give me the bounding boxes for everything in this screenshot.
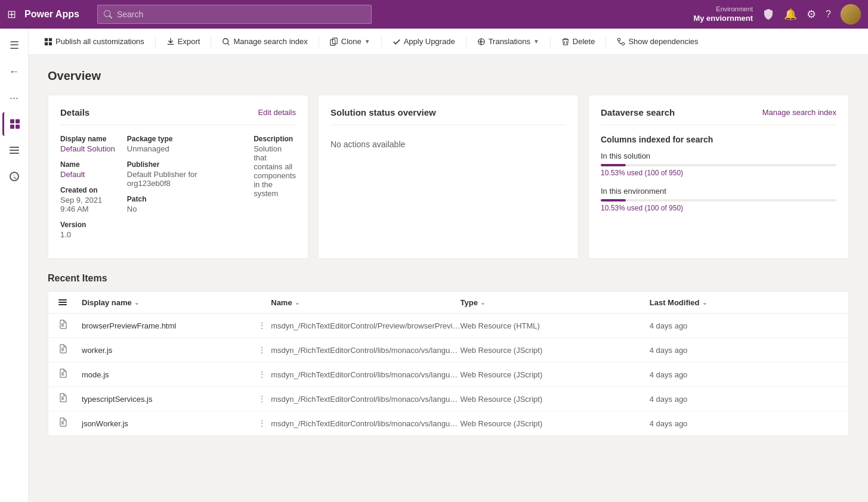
translations-button[interactable]: Translations ▼	[471, 33, 545, 49]
gear-icon[interactable]: ⚙	[807, 8, 816, 21]
search-input[interactable]	[117, 10, 365, 19]
sidebar-item-apps[interactable]	[2, 112, 26, 136]
version-label: Version	[60, 221, 115, 229]
separator	[319, 36, 319, 48]
row-modified: 4 days ago	[650, 346, 839, 355]
svg-rect-0	[10, 119, 14, 123]
row-type: Web Resource (JScript)	[461, 346, 650, 355]
svg-point-15	[618, 38, 620, 41]
col-icon-header	[58, 298, 82, 307]
dataverse-search-card: Dataverse search Manage search index Col…	[588, 95, 849, 259]
sidebar-item-history[interactable]	[2, 165, 26, 188]
help-icon[interactable]: ?	[826, 9, 831, 20]
top-navigation: ⊞ Power Apps Environment My enviornment …	[0, 0, 868, 29]
shield-icon	[762, 8, 774, 20]
table-row[interactable]: typescriptServices.js ⋮ msdyn_/RichTextE…	[48, 387, 848, 411]
page-title: Overview	[48, 69, 849, 83]
sidebar-item-menu[interactable]: ☰	[2, 33, 26, 57]
row-name: msdyn_/RichTextEditorControl/libs/monaco…	[271, 395, 460, 404]
svg-rect-3	[16, 125, 20, 129]
row-name: msdyn_/RichTextEditorControl/libs/monaco…	[271, 370, 460, 379]
in-solution-progress-text: 10.53% used (100 of 950)	[601, 169, 836, 177]
in-solution-label: In this solution	[601, 151, 836, 160]
show-dependencies-button[interactable]: Show dependencies	[611, 33, 704, 49]
row-more-icon[interactable]: ⋮	[253, 419, 271, 428]
apply-upgrade-button[interactable]: Apply Upgrade	[387, 33, 461, 49]
recent-items-section: Recent Items Display name ⌄ Name ⌄	[48, 273, 849, 436]
row-modified: 4 days ago	[650, 370, 839, 379]
table-row[interactable]: browserPreviewFrame.html ⋮ msdyn_/RichTe…	[48, 314, 848, 338]
created-on-value: Sep 9, 20219:46 AM	[60, 196, 115, 213]
grid-icon[interactable]: ⊞	[7, 8, 16, 21]
row-type: Web Resource (JScript)	[461, 395, 650, 404]
col-modified-header[interactable]: Last Modified ⌄	[650, 298, 839, 307]
recent-items-title: Recent Items	[48, 273, 849, 284]
row-display-name: browserPreviewFrame.html	[82, 321, 176, 330]
svg-rect-4	[10, 147, 19, 148]
display-name-label: Display name	[60, 135, 115, 143]
dataverse-card-title: Dataverse search	[601, 107, 675, 117]
command-bar: Publish all customizations Export Manage…	[29, 29, 868, 55]
row-more-icon[interactable]: ⋮	[253, 394, 271, 404]
svg-rect-18	[58, 302, 67, 303]
row-display-name: worker.js	[82, 346, 112, 355]
env-name: My enviornment	[693, 14, 753, 24]
svg-rect-7	[45, 38, 48, 41]
description-label: Description	[254, 135, 296, 143]
manage-search-link[interactable]: Manage search index	[762, 108, 836, 117]
col-name-header[interactable]: Name ⌄	[271, 298, 460, 307]
publish-icon	[44, 38, 52, 46]
svg-rect-19	[58, 304, 67, 305]
col-type-header[interactable]: Type ⌄	[461, 298, 650, 307]
separator	[381, 36, 382, 48]
row-more-icon[interactable]: ⋮	[253, 370, 271, 379]
row-type: Web Resource (JScript)	[461, 370, 650, 379]
table-row[interactable]: worker.js ⋮ msdyn_/RichTextEditorControl…	[48, 338, 848, 362]
publisher-value: Default Publisher for org123eb0f8	[127, 170, 242, 188]
export-button[interactable]: Export	[160, 33, 206, 49]
details-card-title: Details	[60, 107, 89, 117]
svg-rect-10	[49, 42, 52, 45]
row-modified: 4 days ago	[650, 321, 839, 330]
sidebar-item-list[interactable]	[2, 138, 26, 162]
clone-button[interactable]: Clone ▼	[324, 33, 376, 49]
manage-search-button[interactable]: Manage search index	[216, 33, 313, 49]
bell-icon[interactable]: 🔔	[784, 8, 797, 21]
delete-button[interactable]: Delete	[555, 33, 601, 49]
svg-rect-13	[332, 38, 337, 44]
table-row[interactable]: jsonWorker.js ⋮ msdyn_/RichTextEditorCon…	[48, 411, 848, 435]
svg-rect-9	[45, 42, 48, 45]
row-display-name: jsonWorker.js	[82, 419, 128, 428]
name-value[interactable]: Default	[60, 170, 115, 179]
environment-info: Environment My enviornment	[693, 5, 753, 23]
row-more-icon[interactable]: ⋮	[253, 321, 271, 330]
publish-all-button[interactable]: Publish all customizations	[38, 33, 150, 49]
name-label: Name	[60, 160, 115, 169]
user-avatar[interactable]	[841, 4, 861, 24]
sidebar-item-more[interactable]: ···	[2, 86, 26, 110]
version-value: 1.0	[60, 230, 115, 239]
row-name-cell: worker.js ⋮	[82, 345, 271, 355]
sort-name-icon: ⌄	[295, 299, 299, 306]
svg-rect-1	[16, 119, 20, 123]
in-environment-section: In this environment 10.53% used (100 of …	[601, 187, 836, 212]
display-name-value[interactable]: Default Solution	[60, 144, 115, 153]
edit-details-link[interactable]: Edit details	[258, 108, 296, 117]
in-solution-section: In this solution 10.53% used (100 of 950…	[601, 151, 836, 177]
search-index-icon	[222, 38, 230, 46]
row-name-cell: typescriptServices.js ⋮	[82, 394, 271, 404]
row-more-icon[interactable]: ⋮	[253, 345, 271, 355]
status-card-header: Solution status overview	[330, 107, 566, 125]
table-row[interactable]: mode.js ⋮ msdyn_/RichTextEditorControl/l…	[48, 362, 848, 387]
col-display-name-header[interactable]: Display name ⌄	[82, 298, 271, 307]
clone-icon	[330, 38, 338, 46]
separator	[550, 36, 551, 48]
svg-rect-8	[49, 38, 52, 41]
patch-value: No	[127, 204, 242, 213]
app-title: Power Apps	[24, 9, 79, 20]
search-bar	[97, 5, 372, 24]
main-layout: ☰ ← ··· Publish all customizations Expor…	[0, 29, 868, 502]
sidebar-item-back[interactable]: ←	[2, 60, 26, 83]
svg-rect-5	[10, 150, 19, 151]
sort-modified-icon: ⌄	[702, 299, 707, 306]
